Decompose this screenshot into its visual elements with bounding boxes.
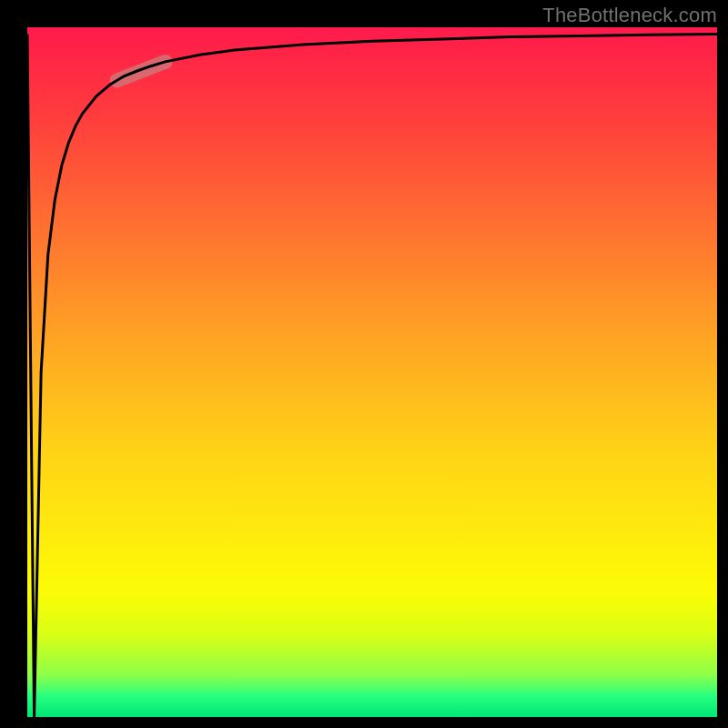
chart-svg bbox=[27, 27, 717, 717]
watermark-text: TheBottleneck.com bbox=[542, 4, 717, 27]
bottleneck-curve bbox=[27, 35, 717, 717]
